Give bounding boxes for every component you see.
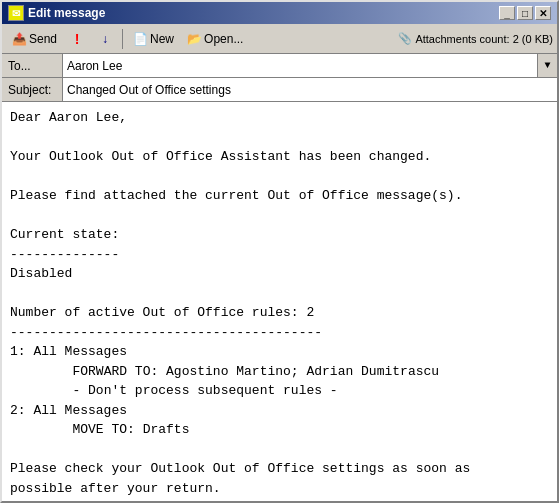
- toolbar: 📤 Send ! ↓ 📄 New 📂 Open... 📎 Attachments…: [2, 24, 557, 54]
- message-content-area: [2, 102, 557, 501]
- subject-field-row: Subject:: [2, 78, 557, 102]
- edit-message-window: ✉ Edit message _ □ ✕ 📤 Send ! ↓ 📄 New 📂 …: [0, 0, 559, 503]
- subject-label: Subject:: [2, 83, 62, 97]
- send-label: Send: [29, 32, 57, 46]
- to-field-row: To... ▼: [2, 54, 557, 78]
- subject-input[interactable]: [62, 78, 557, 101]
- to-dropdown-arrow[interactable]: ▼: [537, 54, 557, 77]
- toolbar-separator-1: [122, 29, 123, 49]
- send-icon: 📤: [11, 31, 27, 47]
- window-title: Edit message: [28, 6, 105, 20]
- open-button[interactable]: 📂 Open...: [181, 27, 248, 51]
- new-button[interactable]: 📄 New: [127, 27, 179, 51]
- attachments-count: 📎 Attachments count: 2 (0 KB): [398, 32, 553, 45]
- message-body[interactable]: [2, 102, 557, 501]
- new-doc-icon: 📄: [132, 31, 148, 47]
- attachments-label-text: Attachments count: 2 (0 KB): [415, 33, 553, 45]
- new-label: New: [150, 32, 174, 46]
- send-button[interactable]: 📤 Send: [6, 27, 62, 51]
- maximize-button[interactable]: □: [517, 6, 533, 20]
- window-icon: ✉: [8, 5, 24, 21]
- close-button[interactable]: ✕: [535, 6, 551, 20]
- to-input[interactable]: [62, 54, 537, 77]
- arrow-down-icon: ↓: [97, 31, 113, 47]
- priority-icon: !: [69, 31, 85, 47]
- title-controls: _ □ ✕: [499, 6, 551, 20]
- title-bar: ✉ Edit message _ □ ✕: [2, 2, 557, 24]
- open-label: Open...: [204, 32, 243, 46]
- title-bar-left: ✉ Edit message: [8, 5, 105, 21]
- minimize-button[interactable]: _: [499, 6, 515, 20]
- arrow-button[interactable]: ↓: [92, 27, 118, 51]
- to-label[interactable]: To...: [2, 59, 62, 73]
- attachment-icon: 📎: [398, 32, 412, 45]
- open-folder-icon: 📂: [186, 31, 202, 47]
- priority-button[interactable]: !: [64, 27, 90, 51]
